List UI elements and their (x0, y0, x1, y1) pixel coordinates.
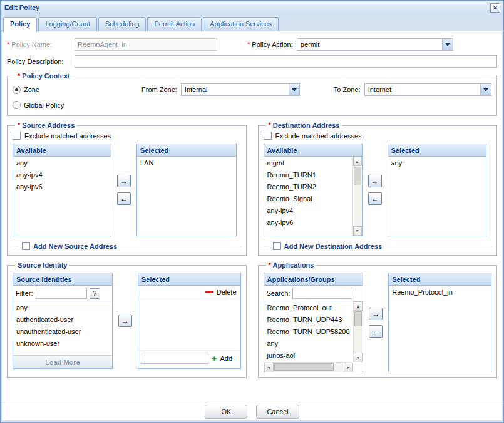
policy-description-row: Policy Description: (7, 55, 497, 68)
destination-selected-header: Selected (388, 144, 486, 157)
policy-action-select[interactable]: permit (297, 38, 453, 51)
close-icon[interactable]: × (490, 3, 500, 13)
help-icon[interactable]: ? (90, 288, 100, 299)
tab-scheduling[interactable]: Scheduling (98, 17, 146, 31)
scrollbar-thumb[interactable] (354, 311, 362, 326)
identity-add-input[interactable] (141, 353, 208, 364)
add-button[interactable]: Add (220, 355, 233, 362)
scrollbar-track[interactable] (354, 327, 363, 353)
destination-exclude-checkbox[interactable] (264, 132, 272, 140)
identity-transfer-buttons: → (118, 273, 133, 369)
cancel-button[interactable]: Cancel (256, 405, 299, 419)
list-item[interactable]: Reemo_Protocol_out (264, 301, 354, 313)
scroll-up-icon[interactable]: ▲ (353, 157, 362, 166)
global-policy-radio[interactable] (13, 101, 21, 109)
move-right-button[interactable]: → (368, 175, 382, 187)
vertical-scrollbar[interactable]: ▲ ▼ (352, 157, 362, 236)
dropdown-arrow-icon[interactable] (480, 84, 491, 95)
list-item[interactable]: Reemo_TURN2 (264, 180, 352, 192)
scrollbar-thumb[interactable] (354, 167, 361, 185)
global-policy-radio-label: Global Policy (24, 102, 64, 109)
list-item[interactable]: any (264, 337, 354, 349)
scroll-left-icon[interactable]: ◄ (264, 363, 274, 372)
dropdown-arrow-icon[interactable] (289, 84, 299, 95)
list-item[interactable]: junos-aol (264, 349, 354, 361)
add-new-source-checkbox[interactable] (22, 242, 30, 250)
source-available-list: any any-ipv4 any-ipv6 (13, 157, 111, 236)
source-selected-header: Selected (137, 144, 236, 157)
list-item[interactable]: any (388, 157, 486, 169)
to-zone-value: Internet (365, 84, 480, 95)
scroll-down-icon[interactable]: ▼ (354, 353, 363, 362)
list-item[interactable]: Reemo_TURN1 (264, 169, 352, 180)
delete-button[interactable]: Delete (217, 288, 237, 296)
list-item[interactable]: Reemo_TURN_UDP443 (264, 313, 354, 325)
identity-filter-input[interactable] (36, 288, 87, 299)
destination-address-lists: Available mgmt Reemo_TURN1 Reemo_TURN2 R… (264, 144, 492, 236)
tab-strip: Policy Logging/Count Scheduling Permit A… (1, 14, 503, 31)
address-row: * Source Address Exclude matched address… (7, 122, 497, 261)
source-exclude-checkbox[interactable] (13, 132, 21, 140)
zone-radio-group: Zone (13, 86, 138, 94)
move-left-button[interactable]: ← (369, 325, 383, 338)
move-right-button[interactable]: → (369, 308, 383, 320)
list-item[interactable]: mgmt (264, 157, 352, 169)
applications-list: Reemo_Protocol_out Reemo_TURN_UDP443 Ree… (264, 301, 363, 372)
source-exclude-label: Exclude matched addresses (24, 132, 111, 140)
list-item[interactable]: any-ipv6 (13, 180, 111, 192)
policy-name-field[interactable] (75, 38, 217, 51)
ok-button[interactable]: OK (205, 405, 247, 419)
add-new-destination-checkbox[interactable] (273, 242, 281, 250)
to-zone-select[interactable]: Internet (364, 83, 491, 96)
destination-available-items: mgmt Reemo_TURN1 Reemo_TURN2 Reemo_Signa… (264, 157, 352, 228)
identity-add-row: + Add (138, 350, 240, 366)
scroll-down-icon[interactable]: ▼ (353, 226, 362, 236)
policy-name-label: * Policy Name: (7, 41, 71, 48)
list-item[interactable]: Reemo_TURN_UDP58200 (264, 325, 354, 337)
scroll-right-icon[interactable]: ► (344, 363, 353, 372)
scrollbar-track[interactable] (353, 186, 362, 226)
list-item[interactable]: any-ipv4 (13, 169, 111, 180)
move-left-button[interactable]: ← (368, 192, 382, 205)
applications-items: Reemo_Protocol_out Reemo_TURN_UDP443 Ree… (264, 301, 354, 361)
list-item[interactable]: LAN (137, 157, 236, 169)
list-item[interactable]: unauthenticated-user (13, 325, 112, 337)
scroll-up-icon[interactable]: ▲ (354, 301, 363, 311)
zone-radio[interactable] (13, 86, 21, 94)
destination-available-list: mgmt Reemo_TURN1 Reemo_TURN2 Reemo_Signa… (264, 157, 362, 236)
list-item[interactable]: any (13, 157, 111, 169)
from-zone-value: Internal (182, 84, 289, 95)
source-identity-lists: Source Identities Filter: ? any authenti… (13, 273, 241, 369)
list-item[interactable]: any-ipv6 (264, 216, 352, 228)
scrollbar-track[interactable] (334, 363, 344, 372)
list-item[interactable]: any (13, 301, 112, 313)
dropdown-arrow-icon[interactable] (442, 39, 453, 50)
list-item[interactable]: unknown-user (13, 337, 112, 349)
list-item[interactable]: Reemo_Protocol_in (389, 286, 491, 298)
dialog-footer: OK Cancel (2, 402, 502, 420)
load-more-button[interactable]: Load More (13, 355, 112, 368)
applications-search-input[interactable] (292, 288, 352, 299)
source-address-fieldset: * Source Address Exclude matched address… (7, 122, 247, 256)
list-item[interactable]: any-ipv4 (264, 204, 352, 216)
from-zone-select[interactable]: Internal (181, 83, 300, 96)
list-item[interactable]: Reemo_Signal (264, 192, 352, 204)
from-zone-label: From Zone: (141, 86, 177, 93)
policy-context-legend: * Policy Context (15, 72, 73, 80)
tab-logging-count[interactable]: Logging/Count (38, 17, 97, 31)
move-right-button[interactable]: → (118, 315, 132, 327)
tab-permit-action[interactable]: Permit Action (147, 17, 202, 31)
horizontal-scrollbar[interactable]: ◄ ► (264, 362, 354, 372)
tab-application-services[interactable]: Application Services (203, 17, 279, 31)
global-policy-row: Global Policy (13, 101, 491, 109)
scrollbar-thumb[interactable] (274, 363, 334, 371)
tab-policy[interactable]: Policy (3, 17, 37, 32)
vertical-scrollbar[interactable]: ▲ ▼ (353, 301, 363, 362)
policy-description-field[interactable] (75, 55, 497, 68)
list-item[interactable]: authenticated-user (13, 313, 112, 325)
move-left-button[interactable]: ← (117, 192, 131, 205)
source-identities-list: any authenticated-user unauthenticated-u… (13, 301, 112, 355)
add-new-destination-label: Add New Destination Address (284, 243, 383, 250)
delete-minus-icon (205, 291, 213, 293)
move-right-button[interactable]: → (117, 175, 131, 187)
